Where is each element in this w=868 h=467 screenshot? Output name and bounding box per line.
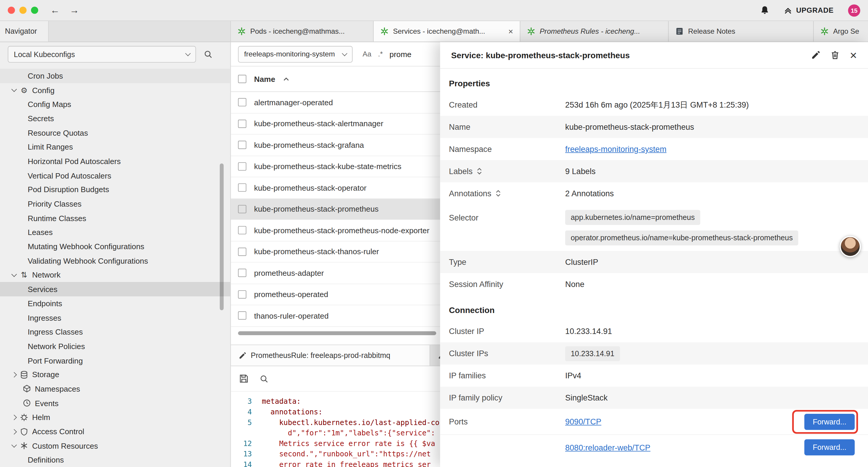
service-detail-panel: Service: kube-prometheus-stack-prometheu…	[440, 42, 868, 467]
sidebar-item-namespaces[interactable]: Namespaces	[0, 382, 230, 396]
forward-port-button[interactable]: Forward...	[804, 439, 855, 455]
row-checkbox[interactable]	[238, 141, 246, 149]
kubeconfig-selector[interactable]: Local Kubeconfigs	[8, 46, 196, 63]
sidebar-item-leases[interactable]: Leases	[0, 225, 230, 239]
code-line: metadata:	[262, 396, 301, 407]
tab-label: Prometheus Rules - icecheng...	[540, 27, 640, 35]
dock-tab-prometheus-rule[interactable]: PrometheusRule: freeleaps-prod-rabbitmq	[231, 345, 430, 366]
forward-button[interactable]: →	[70, 5, 79, 16]
sidebar-item-definitions[interactable]: Definitions	[0, 453, 230, 467]
horizontal-scrollbar[interactable]	[238, 331, 436, 335]
search-input[interactable]: prome	[390, 50, 411, 59]
row-checkbox[interactable]	[238, 290, 246, 298]
avatar[interactable]	[840, 236, 861, 257]
namespace-link[interactable]: freeleaps-monitoring-system	[565, 145, 666, 153]
close-detail-button[interactable]: ×	[850, 49, 857, 61]
forward-port-button[interactable]: Forward...	[804, 413, 855, 430]
sidebar-item-resource-quotas[interactable]: Resource Quotas	[0, 126, 230, 140]
selector-badge: app.kubernetes.io/name=prometheus	[565, 210, 700, 225]
namespace-filter-select[interactable]: freeleaps-monitoring-system	[238, 46, 353, 62]
search-icon[interactable]	[260, 374, 269, 383]
sidebar-item-access-control[interactable]: Access Control	[0, 425, 230, 439]
sidebar-item-port-forwarding[interactable]: Port Forwarding	[0, 353, 230, 368]
upgrade-button[interactable]: UPGRADE	[784, 6, 834, 14]
sidebar-item-label: Vertical Pod Autoscalers	[28, 171, 112, 180]
labels-count[interactable]: 9 Labels	[565, 167, 596, 176]
regex-toggle[interactable]: .*	[378, 50, 383, 58]
select-all-checkbox[interactable]	[238, 75, 246, 83]
row-checkbox[interactable]	[238, 312, 246, 320]
sidebar-item-config-maps[interactable]: Config Maps	[0, 97, 230, 111]
row-checkbox[interactable]	[238, 183, 246, 192]
sidebar-item-helm[interactable]: Helm	[0, 410, 230, 425]
search-icon[interactable]	[204, 50, 213, 59]
sidebar-item-horizontal-pod-autoscalers[interactable]: Horizontal Pod Autoscalers	[0, 154, 230, 168]
sidebar-item-config[interactable]: ⚙ Config	[0, 83, 230, 97]
property-value: IPv4	[565, 371, 581, 380]
sidebar-item-runtime-classes[interactable]: Runtime Classes	[0, 211, 230, 225]
tab-services[interactable]: Services - icecheng@math... ×	[374, 21, 521, 41]
port-link[interactable]: 8080:reloader-web/TCP	[565, 443, 650, 452]
sort-ascending-icon[interactable]	[283, 77, 289, 81]
expand-collapse-icon[interactable]	[476, 167, 482, 175]
expand-collapse-icon[interactable]	[495, 189, 501, 197]
sidebar-item-secrets[interactable]: Secrets	[0, 111, 230, 126]
sidebar-item-network[interactable]: ⇅ Network	[0, 268, 230, 282]
row-checkbox[interactable]	[238, 247, 246, 256]
section-heading-properties: Properties	[449, 79, 859, 88]
property-row-type: Type ClusterIP	[440, 251, 868, 273]
zoom-window-button[interactable]	[31, 6, 38, 13]
notifications-bell-icon[interactable]	[760, 6, 770, 15]
sidebar-item-limit-ranges[interactable]: Limit Ranges	[0, 140, 230, 154]
save-icon[interactable]	[239, 374, 248, 383]
sidebar-item-mutating-webhook-configurations[interactable]: Mutating Webhook Configurations	[0, 239, 230, 254]
property-row-name: Name kube-prometheus-stack-prometheus	[440, 116, 868, 138]
connection-row-cluster-ip: Cluster IP 10.233.14.91	[440, 320, 868, 342]
sidebar-item-services[interactable]: Services	[0, 282, 230, 296]
sidebar-item-priority-classes[interactable]: Priority Classes	[0, 197, 230, 211]
sidebar-item-events[interactable]: Events	[0, 396, 230, 410]
notification-count-badge[interactable]: 15	[848, 4, 860, 16]
sidebar-item-custom-resources[interactable]: Custom Resources	[0, 439, 230, 453]
list-search[interactable]: Aa .* prome	[363, 50, 411, 59]
sidebar-item-vertical-pod-autoscalers[interactable]: Vertical Pod Autoscalers	[0, 168, 230, 182]
sidebar-item-validating-webhook-configurations[interactable]: Validating Webhook Configurations	[0, 254, 230, 268]
tab-pods[interactable]: Pods - icecheng@mathmas...	[231, 21, 373, 41]
close-window-button[interactable]	[8, 6, 15, 13]
sidebar-item-cron-jobs[interactable]: Cron Jobs	[0, 68, 230, 83]
edit-button[interactable]	[811, 51, 820, 60]
tab-prometheus-rules[interactable]: Prometheus Rules - icecheng...	[520, 21, 669, 41]
tab-argo[interactable]: Argo Se	[814, 21, 868, 41]
sidebar-item-ingresses[interactable]: Ingresses	[0, 311, 230, 325]
tab-label: Pods - icecheng@mathmas...	[250, 27, 345, 35]
minimize-window-button[interactable]	[20, 6, 27, 13]
annotations-count[interactable]: 2 Annotations	[565, 189, 614, 198]
sidebar-item-label: Runtime Classes	[28, 214, 86, 223]
service-name: kube-prometheus-stack-thanos-ruler	[254, 247, 379, 256]
match-case-toggle[interactable]: Aa	[363, 50, 371, 58]
delete-button[interactable]	[831, 51, 840, 60]
chevron-right-icon	[11, 372, 17, 377]
back-button[interactable]: ←	[51, 5, 60, 16]
name-column-header[interactable]: Name	[254, 75, 275, 83]
sidebar-item-ingress-classes[interactable]: Ingress Classes	[0, 325, 230, 339]
row-checkbox[interactable]	[238, 226, 246, 234]
port-link[interactable]: 9090/TCP	[565, 417, 601, 426]
close-tab-icon[interactable]: ×	[504, 27, 513, 36]
row-checkbox[interactable]	[238, 98, 246, 107]
row-checkbox[interactable]	[238, 119, 246, 128]
sidebar-scrollbar[interactable]	[220, 164, 224, 310]
tab-label: Argo Se	[833, 27, 859, 35]
sidebar-item-endpoints[interactable]: Endpoints	[0, 296, 230, 311]
line-number: 14	[231, 459, 262, 467]
sidebar-item-network-policies[interactable]: Network Policies	[0, 339, 230, 353]
row-checkbox[interactable]	[238, 162, 246, 171]
sidebar-item-storage[interactable]: Storage	[0, 368, 230, 382]
connection-row-ports: Ports 9090/TCP Forward... 8080:reloader-…	[440, 409, 868, 460]
row-checkbox[interactable]	[238, 269, 246, 277]
row-checkbox[interactable]	[238, 205, 246, 213]
sidebar-item-pod-disruption-budgets[interactable]: Pod Disruption Budgets	[0, 183, 230, 197]
navigator-tab[interactable]: Navigator	[0, 21, 49, 41]
property-label: Cluster IPs	[449, 349, 565, 358]
tab-release-notes[interactable]: Release Notes	[669, 21, 814, 41]
